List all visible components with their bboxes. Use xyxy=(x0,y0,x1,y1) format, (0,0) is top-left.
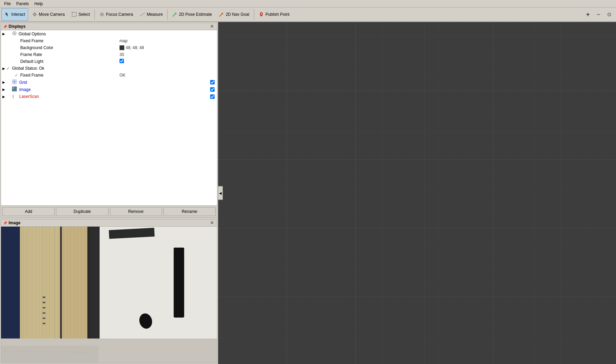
viewport-panel[interactable]: ◀ xyxy=(218,22,616,364)
focus-camera-label: Focus Camera xyxy=(106,12,133,17)
check-image-icon: ✓ xyxy=(7,87,12,92)
image-type-icon xyxy=(12,87,18,92)
toolbar-sep-1 xyxy=(94,9,95,20)
image-panel: 📌 Image ✕ xyxy=(1,219,217,363)
remove-button[interactable]: Remove xyxy=(110,207,162,216)
nav-goal-icon xyxy=(219,12,224,17)
menu-file[interactable]: File xyxy=(1,1,13,7)
select-icon xyxy=(71,12,77,17)
check-grid-icon: ✓ xyxy=(7,80,12,84)
svg-rect-57 xyxy=(218,22,616,364)
fixed-frame-value: map xyxy=(119,38,216,43)
expand-global-options-icon[interactable]: ▶ xyxy=(2,32,7,36)
background-color-value: 48; 48; 48 xyxy=(119,45,216,50)
measure-icon xyxy=(140,12,145,17)
expand-laser-icon[interactable]: ▶ xyxy=(2,95,7,99)
image-checkbox[interactable] xyxy=(210,87,215,92)
svg-rect-47 xyxy=(43,312,45,314)
list-item[interactable]: ▶ ✓ Grid xyxy=(1,79,217,86)
grid-label: Grid xyxy=(19,80,209,85)
check-fixed-frame-ok-icon: ✓ xyxy=(15,73,20,78)
expand-global-status-icon[interactable]: ▶ xyxy=(2,67,7,70)
rename-button[interactable]: Rename xyxy=(163,207,216,216)
nav-goal-label: 2D Nav Goal xyxy=(226,12,249,17)
fixed-frame-label: Fixed Frame xyxy=(20,38,119,43)
list-item[interactable]: ▶ ✓ Image xyxy=(1,86,217,93)
collapse-icon: ◀ xyxy=(219,191,222,195)
target-icon: ⊙ xyxy=(607,11,612,18)
reset-view-button[interactable]: ⊙ xyxy=(604,8,615,21)
list-item[interactable]: ▶ ✓ ⌇ LaserScan xyxy=(1,93,217,100)
pose-estimate-icon xyxy=(172,12,178,17)
svg-rect-46 xyxy=(43,307,45,308)
svg-point-14 xyxy=(13,87,14,89)
book-image-display xyxy=(1,227,217,363)
grid-checkbox[interactable] xyxy=(210,80,215,84)
list-item[interactable]: ▶ ✓ Fixed Frame map xyxy=(1,37,217,44)
collapse-panel-button[interactable]: ◀ xyxy=(218,186,223,200)
move-camera-label: Move Camera xyxy=(39,12,65,17)
svg-rect-48 xyxy=(43,318,45,319)
list-item[interactable]: ▶ ✓ Fixed Frame OK xyxy=(1,72,217,79)
viewport-grid xyxy=(218,22,616,364)
publish-point-button[interactable]: Publish Point xyxy=(255,8,293,21)
menu-panels[interactable]: Panels xyxy=(13,1,32,7)
svg-point-0 xyxy=(34,13,36,15)
interact-button[interactable]: Interact xyxy=(1,8,28,21)
expand-icon: ▶ xyxy=(11,73,15,77)
check-global-status-icon: ✓ xyxy=(7,66,12,71)
list-item[interactable]: ▶ ✓ Global Status: Ok xyxy=(1,65,217,72)
zoom-out-button[interactable]: − xyxy=(593,8,603,21)
global-options-icon xyxy=(12,31,18,37)
image-panel-close-button[interactable]: ✕ xyxy=(209,220,215,225)
duplicate-button[interactable]: Duplicate xyxy=(56,207,108,216)
list-item[interactable]: ▶ ✓ Background Color 48; 48; 48 xyxy=(1,44,217,51)
check-icon: ✓ xyxy=(15,53,20,57)
displays-pin-icon: 📌 xyxy=(3,25,7,29)
check-icon: ✓ xyxy=(15,46,20,50)
expand-image-icon[interactable]: ▶ xyxy=(2,88,7,91)
nav-goal-button[interactable]: 2D Nav Goal xyxy=(216,8,252,21)
expand-grid-icon[interactable]: ▶ xyxy=(2,80,7,84)
list-item[interactable]: ▶ ✓ Frame Rate 30 xyxy=(1,51,217,58)
list-item[interactable]: ▶ ✓ Global Options xyxy=(1,30,217,37)
pose-estimate-button[interactable]: 2D Pose Estimate xyxy=(169,8,215,21)
default-light-label: Default Light xyxy=(20,59,119,64)
laser-label: LaserScan xyxy=(19,94,209,99)
displays-content: ▶ ✓ Global Options ▶ ✓ Fixed Frame map xyxy=(1,30,217,205)
displays-close-button[interactable]: ✕ xyxy=(209,24,215,29)
measure-label: Measure xyxy=(147,12,163,17)
image-panel-content xyxy=(1,227,217,363)
menu-help[interactable]: Help xyxy=(32,1,46,7)
color-swatch[interactable] xyxy=(119,45,124,50)
expand-icon: ▶ xyxy=(11,53,15,57)
interact-label: Interact xyxy=(11,12,25,17)
grid-checkbox-cell xyxy=(209,80,216,84)
displays-empty-space xyxy=(1,100,217,121)
check-icon: ✓ xyxy=(15,59,20,64)
displays-header: 📌 Displays ✕ xyxy=(1,23,217,30)
svg-rect-44 xyxy=(43,297,45,298)
check-laser-icon: ✓ xyxy=(7,94,12,99)
publish-point-icon xyxy=(259,12,264,17)
global-options-label: Global Options xyxy=(19,32,216,36)
frame-rate-label: Frame Rate xyxy=(20,52,119,57)
laser-checkbox[interactable] xyxy=(210,94,215,99)
zoom-in-button[interactable]: + xyxy=(583,8,593,21)
measure-button[interactable]: Measure xyxy=(137,8,166,21)
focus-camera-button[interactable]: Focus Camera xyxy=(96,8,136,21)
expand-icon: ▶ xyxy=(11,39,15,43)
minus-icon: − xyxy=(596,11,600,18)
check-icon: ✓ xyxy=(15,39,20,43)
svg-line-4 xyxy=(140,13,145,16)
svg-rect-18 xyxy=(174,248,184,318)
displays-title: Displays xyxy=(9,24,25,29)
select-button[interactable]: Select xyxy=(68,8,93,21)
add-button[interactable]: Add xyxy=(2,207,55,216)
move-camera-button[interactable]: Move Camera xyxy=(29,8,68,21)
default-light-checkbox[interactable] xyxy=(119,59,124,63)
menu-bar: File Panels Help xyxy=(0,0,616,8)
list-item[interactable]: ▶ ✓ Default Light xyxy=(1,58,217,65)
svg-rect-1 xyxy=(72,12,76,16)
check-global-options-icon: ✓ xyxy=(7,32,12,36)
